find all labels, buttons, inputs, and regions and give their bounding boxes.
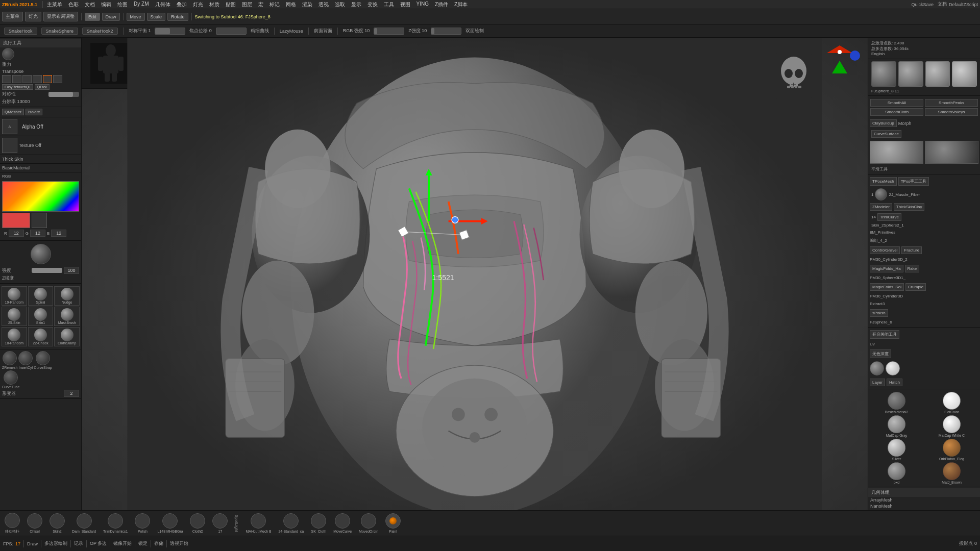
focal-shift-slider[interactable] — [216, 28, 247, 35]
menu-item-YING[interactable]: YING — [413, 1, 432, 8]
menu-item-贴图[interactable]: 贴图 — [223, 1, 239, 8]
crumple-btn[interactable]: Crumple — [905, 283, 926, 291]
tpose-mesh-btn[interactable]: TPoseMesh — [870, 177, 897, 186]
menu-item-工具[interactable]: 工具 — [381, 1, 397, 8]
menu-item-Z插件[interactable]: Z插件 — [432, 1, 451, 8]
tool-moved-orgin[interactable]: MovedOrgin — [356, 512, 381, 535]
b-value[interactable]: 12 — [51, 230, 66, 237]
color-secondary[interactable] — [32, 213, 47, 228]
model-thumbnail-4[interactable] — [952, 61, 977, 87]
brush-option-2[interactable]: Spiral — [28, 286, 54, 306]
zremesher-item[interactable]: ZRemesh — [2, 351, 17, 369]
zmodeler-btn[interactable]: ZModeler — [870, 203, 892, 211]
menu-item-绘图[interactable]: 绘图 — [114, 1, 131, 8]
insert-cyl-item[interactable]: InsertCyl — [18, 351, 33, 369]
model-thumbnail-2[interactable] — [898, 61, 923, 87]
simple-brush-preview[interactable] — [870, 141, 923, 164]
menu-item-主菜单[interactable]: 主菜单 — [44, 1, 65, 8]
menu-item-Dy ZM[interactable]: Dy ZM — [131, 1, 152, 8]
magic-folds-sol-btn[interactable]: MagicFolds_Sol — [870, 283, 904, 291]
brush-option-7[interactable]: 18-Random — [2, 327, 27, 346]
menu-item-变换[interactable]: 变换 — [364, 1, 381, 8]
matcap-white-item[interactable]: MatCap White C — [925, 415, 978, 437]
tool-l148[interactable]: L148 MHGBGrabber — [155, 512, 185, 535]
main-menu-btn[interactable]: 主菜单 — [2, 12, 23, 21]
polygon-group-title[interactable]: 几何体组 — [868, 488, 980, 497]
menu-item-视图[interactable]: 视图 — [397, 1, 413, 8]
model-thumbnail-1[interactable] — [871, 61, 896, 87]
z-intensity-slider[interactable] — [431, 28, 461, 35]
brush-icon-4[interactable] — [33, 75, 42, 83]
alpha-off-label[interactable]: Alpha Off — [19, 122, 46, 131]
mat-brown-item[interactable]: MatJ_Brown — [925, 462, 978, 484]
menu-item-选取[interactable]: 选取 — [332, 1, 348, 8]
tool-mahcut-mech-b[interactable]: MAHcut Mech B — [243, 512, 274, 535]
intensity-left-slider[interactable] — [32, 268, 62, 273]
draw-btn[interactable]: Draw — [102, 13, 120, 21]
r-value[interactable]: 12 — [9, 230, 24, 237]
brush-option-8[interactable]: 22-Cheek — [28, 327, 54, 346]
orbflaton-item[interactable]: OrbFlaton_Eleg — [925, 439, 978, 461]
fracture-btn[interactable]: Fracture — [901, 246, 922, 254]
thick-skin-clay-btn[interactable]: ThickSkinClay — [894, 203, 925, 211]
basic-mat2-item[interactable]: BasicMaterial2 — [870, 392, 923, 414]
snake-hook-btn[interactable]: SnakeHook — [4, 28, 37, 35]
easy-retouch-btn[interactable]: EasyRetouchQL — [2, 84, 33, 90]
brush-option-1[interactable]: 19-Random — [2, 286, 27, 306]
curve-strapsnap-item[interactable]: CurveStrap — [34, 351, 52, 369]
brush-icon-2[interactable] — [12, 75, 21, 83]
menu-item-文档[interactable]: 文档 — [82, 1, 98, 8]
tool-paint[interactable]: Paint — [383, 512, 403, 535]
rotate-btn[interactable]: Rotate — [167, 13, 188, 21]
spolish-btn[interactable]: sPolish — [870, 309, 888, 317]
brush-option-6[interactable]: MaskBrush — [54, 307, 80, 326]
tool-24-standard[interactable]: 24-Standard_ca — [276, 512, 306, 535]
pxd-item[interactable]: pxd — [870, 462, 923, 484]
qmesher-btn[interactable]: QMesher — [2, 109, 24, 115]
symmetry-left-slider[interactable] — [48, 92, 79, 97]
isolate-btn[interactable]: Isolate — [26, 109, 43, 115]
tool-sk-cloth[interactable]: SK_Cloth — [308, 512, 329, 535]
matcap-gray-item[interactable]: MatCap Gray — [870, 415, 923, 437]
menu-item-灯光[interactable]: 灯光 — [190, 1, 206, 8]
menu-item-Z脚本[interactable]: Z脚本 — [451, 1, 471, 8]
tool-polish[interactable]: Polish — [132, 512, 153, 535]
model-thumbnail-3[interactable] — [925, 61, 950, 87]
g-value[interactable]: 12 — [30, 230, 45, 237]
open-close-tool-btn[interactable]: 开启关闭工具 — [870, 330, 899, 339]
layout-btn[interactable]: 显示布局调整 — [43, 12, 78, 21]
menu-item-材质[interactable]: 材质 — [206, 1, 223, 8]
smooth-valleys-btn[interactable]: SmoothValleys — [925, 108, 978, 116]
menu-item-显示[interactable]: 显示 — [348, 1, 364, 8]
light-btn[interactable]: 灯光 — [25, 12, 41, 21]
rgb-slider[interactable] — [374, 28, 404, 35]
nav-gizmo[interactable] — [817, 43, 863, 84]
magic-folds-ha-btn[interactable]: MagicFolds_Ha — [870, 265, 903, 272]
curve-surface-btn[interactable]: CurveSurface — [871, 130, 901, 138]
snake-hook2-btn[interactable]: SnakeHook2 — [82, 28, 118, 35]
alpha-preview[interactable]: A — [2, 119, 17, 134]
control-gravel-btn[interactable]: ControlGravel — [870, 246, 900, 254]
smooth-peaks-btn[interactable]: SmoothPeaks — [925, 99, 978, 107]
layer-btn[interactable]: Layer — [870, 379, 885, 386]
menu-item-色彩[interactable]: 色彩 — [65, 1, 82, 8]
tool-dam-standard[interactable]: Dam_Standard — [69, 512, 99, 535]
trim-curve-btn[interactable]: TrimCurve — [877, 213, 901, 221]
brush-option-4[interactable]: 25-Skin — [2, 307, 27, 326]
brush-option-5[interactable]: Skin1 — [28, 307, 54, 326]
menu-item-几何体[interactable]: 几何体 — [152, 1, 174, 8]
move-btn[interactable]: Move — [127, 13, 145, 21]
smooth-all-btn[interactable]: SmoothAll — [870, 99, 923, 107]
tool-17[interactable]: 17 — [210, 512, 230, 535]
tool-clothd[interactable]: ClothD — [187, 512, 208, 535]
menu-item-编辑[interactable]: 编辑 — [98, 1, 114, 8]
tool-move-curve[interactable]: MoveCurve — [331, 512, 354, 535]
silver-item[interactable]: Silver — [870, 439, 923, 461]
snake-sphere-btn[interactable]: SnakeSphere — [41, 28, 79, 35]
brush-icon-6[interactable] — [53, 75, 62, 83]
no-color-depth-btn[interactable]: 无色深度 — [870, 349, 891, 358]
brush-tool-title[interactable]: 流行工具 — [0, 39, 81, 47]
flat-color-item[interactable]: FlatColor — [925, 392, 978, 414]
tool-trim-dynamics[interactable]: TrimDynamics1 — [101, 512, 130, 535]
tool-skin2[interactable]: Skin2 — [47, 512, 67, 535]
